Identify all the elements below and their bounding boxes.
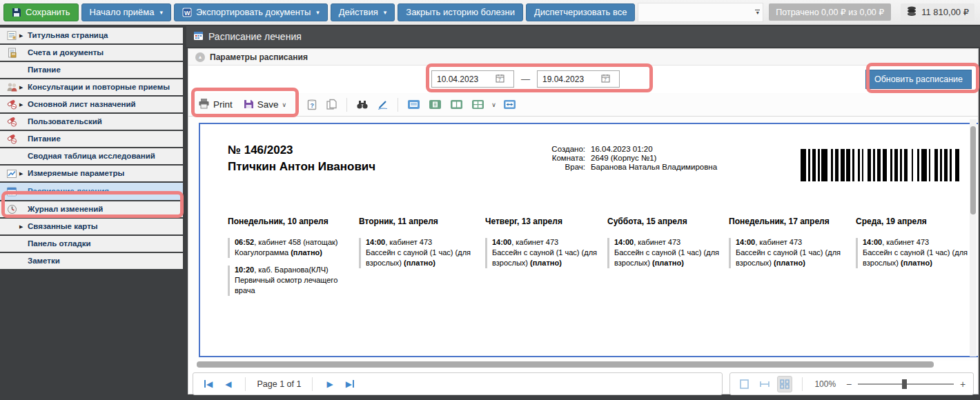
page-indicator: Page 1 of 1: [257, 379, 301, 389]
save-report-button[interactable]: Save ∨: [241, 97, 289, 113]
print-button[interactable]: Print: [195, 96, 235, 113]
pills-icon: [4, 99, 19, 110]
schedule-entry: 14:00, кабинет 473Бассейн с сауной (1 ча…: [485, 238, 608, 268]
report-header: № 146/2023 Птичкин Антон Иванович: [228, 142, 375, 175]
horizontal-scrollbar-thumb[interactable]: [197, 361, 934, 368]
copy-pages-icon[interactable]: [324, 97, 339, 112]
parameters-icon[interactable]: ?: [305, 97, 319, 112]
export-documents-button[interactable]: WЭкспортировать документы▾: [174, 3, 328, 21]
meta-label: Врач:: [490, 163, 585, 171]
sidebar-item-label: Связанные карты: [28, 221, 98, 232]
save-icon: [244, 99, 254, 111]
schedule-entry: 10:20, каб. Баранова(КЛЧ)Первичный осмот…: [228, 266, 351, 296]
page-width-icon[interactable]: [502, 98, 518, 111]
svg-text:7: 7: [498, 77, 501, 81]
prev-page-button[interactable]: ◀: [222, 379, 234, 389]
sidebar-item-label: Счета и документы: [28, 48, 104, 58]
sidebar-item-change-log[interactable]: Журнал изменений: [0, 201, 183, 217]
expander-icon: ▶: [19, 171, 28, 177]
chevron-down-icon: ∨: [282, 101, 287, 108]
calendar-picker-icon[interactable]: 7: [496, 73, 504, 86]
report-page: № 146/2023 Птичкин Антон Иванович Создан…: [199, 123, 978, 357]
params-row: 7 — 7 Обновить расписание: [188, 66, 978, 93]
sidebar-item-notes[interactable]: Заметки: [0, 253, 183, 269]
sidebar-item-label: Титульная страница: [28, 30, 108, 41]
main-header: Расписание лечения: [186, 26, 980, 47]
meta-value: 16.04.2023 01:20: [591, 145, 717, 153]
sidebar-item-main-prescription-list[interactable]: ▶Основной лист назначений: [0, 97, 183, 112]
zoom-slider-handle[interactable]: [902, 379, 907, 389]
sidebar-item-treatment-schedule[interactable]: Расписание лечения: [0, 183, 183, 200]
sidebar-item-nutrition-2[interactable]: Питание: [0, 131, 183, 147]
collapse-icon[interactable]: ▴: [195, 52, 205, 62]
close-history-button[interactable]: Закрыть историю болезни: [398, 3, 523, 21]
sidebar-item-studies-summary-table[interactable]: Сводная таблица исследований: [0, 148, 183, 164]
svg-text:7: 7: [604, 77, 607, 81]
day-title: Среда, 19 апреля: [856, 217, 978, 226]
svg-text:W: W: [184, 9, 190, 16]
toolbar-overflow-icon[interactable]: ▾: [755, 10, 760, 14]
sidebar-item-label: Сводная таблица исследований: [28, 151, 155, 161]
vertical-scrollbar-thumb[interactable]: [970, 126, 976, 214]
update-schedule-button[interactable]: Обновить расписание: [865, 70, 972, 89]
clock-icon: [4, 204, 19, 214]
sidebar-item-linked-cards[interactable]: ▶Связанные карты: [0, 219, 183, 234]
view-multi-pages-icon[interactable]: [470, 98, 486, 111]
zoom-out-button[interactable]: −: [845, 379, 852, 390]
people-icon: [4, 82, 19, 92]
coins-icon: [906, 6, 917, 19]
view-two-pages-icon[interactable]: [449, 98, 464, 111]
barcode: [801, 149, 961, 181]
actions-button[interactable]: Действия▾: [331, 3, 395, 21]
report-toolbar: Print Save ∨ ?: [188, 93, 978, 117]
date-from-input[interactable]: [432, 74, 496, 84]
zoom-in-button[interactable]: +: [959, 379, 966, 390]
sidebar-item-nutrition[interactable]: Питание: [0, 62, 183, 78]
sidebar-item-title-page[interactable]: ▶Титульная страница: [0, 28, 183, 43]
chevron-down-icon: ▾: [384, 9, 387, 16]
report-number: № 146/2023: [228, 142, 375, 159]
view-continuous-icon[interactable]: [406, 98, 422, 111]
day-column: Четверг, 13 апреля14:00, кабинет 473Басс…: [485, 217, 608, 276]
last-page-button[interactable]: ▶: [343, 379, 357, 389]
sidebar-item-debug-panel[interactable]: Панель отладки: [0, 236, 183, 252]
document-icon: [4, 30, 19, 41]
fit-page-height-icon[interactable]: [757, 376, 772, 392]
sidebar-item-custom[interactable]: Пользовательский: [0, 114, 183, 130]
chevron-down-icon[interactable]: ∨: [491, 101, 496, 108]
calendar-icon: [193, 30, 204, 43]
sidebar-item-label: Питание: [28, 65, 61, 75]
fit-whole-page-icon[interactable]: [737, 376, 752, 392]
next-page-button[interactable]: ▶: [324, 379, 335, 389]
sidebar-item-consultations[interactable]: ▶Консультации и повторные приемы: [0, 79, 183, 95]
sidebar-item-label: Пользовательский: [28, 117, 102, 127]
day-column: Суббота, 15 апреля14:00, кабинет 473Басс…: [607, 217, 730, 276]
calendar-picker-icon[interactable]: 7: [601, 73, 610, 86]
date-to-input[interactable]: [538, 74, 601, 84]
expander-icon: ▶: [19, 85, 28, 90]
first-page-button[interactable]: ◀: [202, 379, 215, 389]
sidebar: ▶Титульная страницаСчета и документыПита…: [0, 28, 183, 269]
button-label: Начало приёма: [90, 7, 155, 17]
dispatch-all-button[interactable]: Диспетчеризовать все: [526, 3, 635, 21]
find-icon[interactable]: [355, 98, 370, 111]
app-window: СохранитьНачало приёма▾WЭкспортировать д…: [0, 0, 980, 400]
day-title: Понедельник, 10 апреля: [228, 217, 351, 226]
sidebar-item-invoices-documents[interactable]: Счета и документы: [0, 45, 183, 61]
fit-multiple-pages-icon[interactable]: [777, 376, 792, 392]
zoom-controls: 100% − +: [729, 372, 974, 395]
view-single-page-icon[interactable]: [427, 98, 443, 111]
zoom-slider[interactable]: [858, 379, 954, 390]
horizontal-scrollbar[interactable]: [188, 361, 978, 369]
page-title: Расписание лечения: [208, 31, 302, 42]
sidebar-item-measured-parameters[interactable]: ▶Измеряемые параметры: [0, 166, 183, 181]
edit-icon[interactable]: [375, 98, 390, 112]
button-label: Экспортировать документы: [196, 7, 311, 17]
sidebar-item-label: Питание: [28, 134, 61, 144]
svg-text:?: ?: [311, 102, 315, 109]
sidebar-item-label: Основной лист назначений: [28, 99, 136, 110]
date-range-dash: —: [521, 74, 530, 84]
reception-start-button[interactable]: Начало приёма▾: [81, 3, 171, 21]
sidebar-item-label: Консультации и повторные приемы: [28, 82, 170, 92]
save-button[interactable]: Сохранить: [3, 3, 79, 21]
